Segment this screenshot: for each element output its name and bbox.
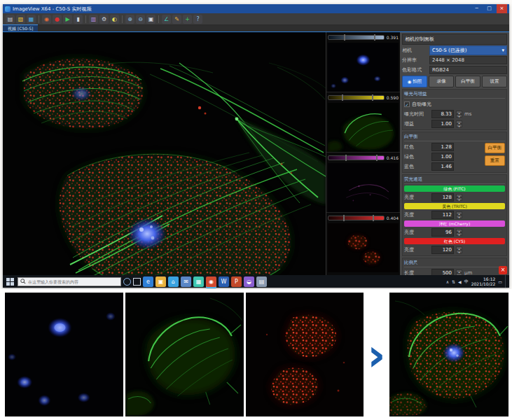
wb-reset-button[interactable]: 重置 (485, 155, 506, 166)
taskbar-app-powerpoint[interactable]: P (231, 276, 242, 287)
slider-handle[interactable] (345, 155, 347, 161)
crosshair-icon[interactable]: + (183, 15, 192, 24)
windows-taskbar: e ▣ ⌂ ✉ ▦ ◉ W P ◒ ▤ ∧ ⇅ ◀ 中 16:12 2021/1… (3, 275, 509, 288)
taskbar-app-edge[interactable]: e (143, 276, 153, 287)
slider-track[interactable] (328, 95, 385, 100)
slider-handle[interactable] (344, 34, 345, 41)
camera-select[interactable]: C50-S (已连接) ▾ (429, 46, 507, 55)
taskbar-app-store[interactable]: ⌂ (168, 276, 179, 287)
taskbar-app-word[interactable]: W (219, 276, 229, 287)
taskbar-app-photos[interactable]: ▦ (193, 276, 204, 287)
yellow-brightness-input[interactable]: 112 (431, 211, 454, 219)
channel-thumbnail-green[interactable] (328, 103, 399, 152)
green-stepper[interactable]: ▴▾ (456, 194, 462, 201)
close-button[interactable]: × (497, 4, 507, 13)
search-input[interactable] (28, 279, 118, 284)
taskbar-app-chat[interactable]: ◒ (244, 276, 254, 287)
green-level-slider[interactable]: 0.590 (328, 94, 399, 102)
image-viewport[interactable] (3, 32, 326, 275)
exposure-stepper[interactable]: ▴▾ (456, 111, 462, 118)
gain-stepper[interactable]: ▴▾ (456, 120, 462, 127)
measure-icon[interactable]: ∠ (162, 15, 171, 24)
red-level-slider[interactable]: 0.404 (328, 214, 399, 222)
document-tab[interactable]: 视频 [C50-S] (3, 24, 38, 31)
zoom-in-icon[interactable]: ⊕ (125, 15, 134, 24)
record-icon[interactable]: ● (53, 15, 62, 24)
exposure-time-input[interactable]: 8.33 (431, 110, 454, 118)
save-icon[interactable]: ▦ (27, 15, 36, 24)
green-brightness-input[interactable]: 128 (431, 193, 454, 202)
app-logo-icon (5, 6, 11, 12)
slider-handle[interactable] (342, 94, 343, 101)
network-icon[interactable]: ⇅ (452, 279, 455, 284)
snap-button[interactable]: ◉ 拍照 (402, 76, 427, 88)
ime-language-indicator[interactable]: 中 (464, 279, 469, 285)
scale-length-stepper[interactable]: ▴▾ (456, 270, 462, 275)
red-brightness-input[interactable]: 120 (431, 246, 454, 254)
settings-button[interactable]: 设置 (482, 76, 507, 88)
wb-red-input[interactable]: 1.28 (431, 143, 454, 151)
slider-track[interactable] (328, 155, 385, 160)
wb-blue-input[interactable]: 1.46 (431, 162, 454, 171)
annotate-icon[interactable]: ✎ (172, 15, 181, 24)
slider-handle[interactable] (373, 215, 374, 221)
spin-down-icon[interactable]: ▾ (456, 197, 462, 201)
slider-track[interactable] (328, 35, 385, 40)
cortana-icon[interactable] (123, 278, 131, 286)
play-icon[interactable]: ▶ (63, 15, 72, 24)
taskbar-app-imageview[interactable]: ◉ (206, 276, 216, 287)
pause-icon[interactable]: ▮ (74, 15, 83, 24)
browse-icon[interactable]: ▥ (89, 15, 98, 24)
slider-handle[interactable] (374, 34, 375, 41)
open-folder-icon[interactable]: ▧ (16, 15, 25, 24)
white-balance-button[interactable]: 白平衡 (455, 76, 480, 88)
slider-handle[interactable] (372, 94, 373, 101)
action-center-icon[interactable]: ▭ (498, 279, 502, 284)
taskbar-clock[interactable]: 16:12 2021/10/22 (471, 276, 496, 286)
spin-down-icon[interactable]: ▾ (456, 124, 462, 127)
exposure-group-title: 曝光与增益 (404, 91, 505, 99)
task-view-icon[interactable] (133, 278, 141, 286)
new-file-icon[interactable]: ▤ (6, 15, 15, 24)
taskbar-app-mail[interactable]: ✉ (181, 276, 191, 287)
magenta-level-slider[interactable]: 0.416 (328, 154, 399, 162)
maximize-button[interactable]: □ (484, 4, 494, 13)
notification-close-button[interactable]: × (499, 266, 507, 274)
wb-apply-button[interactable]: 白平衡 (485, 143, 506, 153)
spin-down-icon[interactable]: ▾ (456, 114, 462, 118)
volume-icon[interactable]: ◀ (458, 279, 462, 284)
auto-exposure-checkbox[interactable]: ✓ (404, 102, 410, 107)
yellow-stepper[interactable]: ▴▾ (456, 211, 462, 218)
slider-track[interactable] (328, 216, 385, 220)
gain-input[interactable]: 1.00 (431, 120, 454, 128)
blue-level-slider[interactable]: 0.391 (328, 34, 399, 41)
show-desktop-button[interactable] (505, 275, 507, 288)
channel-thumbnail-blue[interactable] (328, 43, 399, 92)
spin-down-icon[interactable]: ▾ (456, 232, 462, 236)
start-button[interactable] (5, 276, 15, 287)
slider-handle[interactable] (343, 215, 345, 221)
spin-down-icon[interactable]: ▾ (456, 250, 462, 253)
white-balance-icon[interactable]: ◐ (110, 15, 119, 24)
settings-icon[interactable]: ⚙ (99, 15, 109, 24)
minimize-button[interactable]: ─ (471, 4, 482, 13)
wb-green-input[interactable]: 1.00 (431, 153, 454, 161)
slider-handle[interactable] (376, 155, 378, 161)
record-button[interactable]: 录像 (429, 76, 454, 88)
magenta-stepper[interactable]: ▴▾ (456, 229, 462, 236)
hidden-icons-caret[interactable]: ∧ (446, 279, 449, 284)
red-stepper[interactable]: ▴▾ (456, 246, 462, 253)
taskbar-search[interactable] (18, 277, 121, 286)
help-icon[interactable]: ? (193, 15, 202, 24)
spin-down-icon[interactable]: ▾ (456, 215, 462, 218)
magenta-brightness-input[interactable]: 96 (431, 228, 454, 237)
snap-icon[interactable]: ◉ (42, 15, 51, 24)
zoom-out-icon[interactable]: ⊖ (136, 15, 145, 24)
channel-thumbnail-red[interactable] (328, 223, 399, 272)
taskbar-app-notepad[interactable]: ▤ (256, 276, 267, 287)
resolution-value: 2448 × 2048 (429, 56, 507, 64)
scale-length-input[interactable]: 500 (431, 269, 454, 275)
channel-thumbnail-magenta[interactable] (328, 163, 399, 212)
taskbar-app-file-explorer[interactable]: ▣ (155, 276, 166, 287)
fit-screen-icon[interactable]: ▣ (146, 15, 155, 24)
